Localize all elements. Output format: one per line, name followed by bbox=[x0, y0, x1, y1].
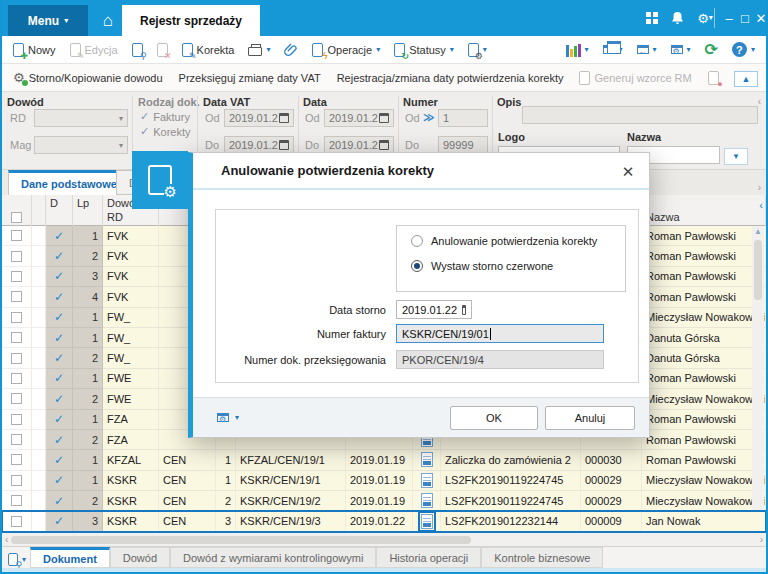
opis-input[interactable] bbox=[522, 106, 758, 124]
collapse-left-icon[interactable]: ‹ bbox=[755, 96, 764, 107]
scroll-left-icon[interactable]: ‹ bbox=[2, 534, 11, 545]
bottom-tab-dowód[interactable]: Dowód bbox=[110, 547, 170, 568]
edycja-button[interactable]: ✎ Edycja bbox=[65, 40, 123, 60]
home-button[interactable]: ⌂ bbox=[94, 5, 122, 36]
radio-anulowanie[interactable]: Anulowanie potwierdzenia korekty bbox=[411, 235, 625, 247]
row-checkbox[interactable] bbox=[11, 373, 22, 384]
statusy-button[interactable]: ↻ Statusy ▾ bbox=[389, 40, 459, 60]
print-button[interactable]: ▾ bbox=[243, 40, 275, 59]
row-checkbox[interactable] bbox=[11, 414, 22, 425]
row-checkbox[interactable] bbox=[11, 332, 22, 343]
double-arrow-icon[interactable]: ≫ bbox=[423, 111, 435, 124]
refresh-button[interactable]: ⟳ bbox=[700, 39, 723, 61]
header-lp[interactable]: Lp bbox=[73, 195, 103, 226]
horizontal-scrollbar[interactable]: ‹ › bbox=[2, 532, 766, 546]
expand-filter-button[interactable]: ▼ bbox=[724, 148, 748, 165]
row-checkbox[interactable] bbox=[11, 291, 22, 302]
help-button[interactable]: ? ▾ bbox=[727, 39, 760, 60]
row-checkbox[interactable] bbox=[11, 230, 22, 241]
korekty-checkbox[interactable]: ✓Korekty bbox=[140, 125, 191, 138]
row-document-icon[interactable] bbox=[421, 514, 433, 529]
data-od-input[interactable]: 2019.01.2 bbox=[324, 109, 394, 127]
ok-button[interactable]: OK bbox=[450, 406, 538, 430]
window-settings-button[interactable]: ⚙ ▾ bbox=[666, 42, 696, 57]
dialog-close-button[interactable]: ✕ bbox=[619, 163, 637, 181]
row-document-icon[interactable] bbox=[421, 473, 433, 488]
analysis-button[interactable]: ▾ bbox=[561, 40, 594, 60]
notifications-button[interactable] bbox=[668, 10, 686, 26]
doc-remove-button[interactable]: ● bbox=[703, 68, 724, 88]
rd-select[interactable]: ▾ bbox=[34, 109, 128, 127]
attachments-button[interactable] bbox=[279, 40, 303, 60]
document-settings-button[interactable]: ⚙ ▾ bbox=[463, 40, 492, 60]
numer-faktury-input[interactable]: KSKR/CEN/19/01 bbox=[396, 324, 604, 343]
cell-nazwa: Mieczysław Nowakowski bbox=[642, 389, 766, 409]
data-vat-od-input[interactable]: 2019.01.2 bbox=[224, 109, 294, 127]
row-checkbox[interactable] bbox=[11, 516, 22, 527]
table-row[interactable]: ✓1KSKRCEN1KSKR/CEN/19/12019.01.19LS2FK20… bbox=[2, 471, 766, 491]
row-checkbox[interactable] bbox=[11, 475, 22, 486]
window-tab-rejestr-sprzedazy[interactable]: Rejestr sprzedaży bbox=[122, 5, 260, 36]
faktury-checkbox[interactable]: ✓Faktury bbox=[140, 110, 190, 123]
rejestracja-button[interactable]: Rejestracja/zmiana daty potwierdzenia ko… bbox=[332, 69, 569, 87]
nowy-button[interactable]: ✚ Nowy bbox=[8, 40, 61, 60]
numer-dok-input[interactable]: PKOR/CEN/19/4 bbox=[396, 350, 604, 369]
table-row[interactable]: ✓3KSKRCEN3KSKR/CEN/19/32019.01.22LS2FK20… bbox=[2, 511, 766, 531]
data-vat-group-label: Data VAT bbox=[203, 96, 250, 108]
row-checkbox[interactable] bbox=[11, 393, 22, 404]
hscroll-thumb[interactable] bbox=[11, 536, 471, 544]
bottom-tab-dowód-z-wymiarami-kontrolingowymi[interactable]: Dowód z wymiarami kontrolingowymi bbox=[170, 547, 376, 568]
row-checkbox[interactable] bbox=[11, 495, 22, 506]
operacje-button[interactable]: ϟ Operacje ▾ bbox=[307, 40, 385, 60]
chevron-down-icon[interactable]: ▾ bbox=[235, 413, 239, 422]
header-nazwa[interactable]: Nazwa bbox=[642, 195, 766, 226]
vertical-scrollbar[interactable]: ▲ ▼ bbox=[752, 226, 764, 532]
collapse-filters-button[interactable]: ▲ bbox=[734, 71, 758, 87]
vscroll-thumb[interactable] bbox=[754, 240, 762, 300]
preview-button[interactable]: ⚲ bbox=[127, 40, 148, 60]
mag-select[interactable]: ▾ bbox=[34, 136, 128, 154]
apps-grid-button[interactable] bbox=[643, 10, 661, 26]
cell-rd: FWE bbox=[103, 389, 159, 409]
bottom-tab-dokument[interactable]: Dokument bbox=[30, 547, 110, 568]
rejestracja-label: Rejestracja/zmiana daty potwierdzenia ko… bbox=[337, 72, 564, 84]
faktury-label: Faktury bbox=[153, 111, 190, 123]
korekta-button[interactable]: ✎ Korekta bbox=[177, 40, 240, 60]
data-storno-input[interactable]: 2019.01.22 bbox=[396, 300, 472, 319]
bottom-tab-kontrole-biznesowe[interactable]: Kontrole biznesowe bbox=[481, 547, 603, 568]
view-tab-dane-podstawowe[interactable]: Dane podstawowe bbox=[8, 170, 130, 195]
table-row[interactable]: ✓2KSKRCEN2KSKR/CEN/19/22019.01.19LS2FK20… bbox=[2, 491, 766, 511]
delete-button[interactable]: ✕ bbox=[152, 40, 173, 60]
menu-button[interactable]: Menu ▾ bbox=[8, 5, 88, 36]
row-checkbox[interactable] bbox=[11, 434, 22, 445]
generuj-wzorce-button[interactable]: Generuj wzorce RM bbox=[574, 68, 696, 88]
table-row[interactable]: ✓1KFZALCEN1KFZAL/CEN/19/12019.01.19Zalic… bbox=[2, 450, 766, 470]
windows-button[interactable]: ▾ bbox=[598, 42, 628, 57]
close-window-button[interactable]: ✕ bbox=[752, 10, 768, 26]
select-all-checkbox[interactable] bbox=[11, 212, 22, 223]
numer-od-input[interactable]: 1 bbox=[438, 109, 488, 127]
row-checkbox[interactable] bbox=[11, 312, 22, 323]
od-label: Od bbox=[305, 112, 320, 124]
header-d[interactable]: D bbox=[46, 195, 73, 226]
row-checkbox[interactable] bbox=[11, 251, 22, 262]
przeksieguj-button[interactable]: Przeksięguj zmianę daty VAT bbox=[174, 69, 326, 87]
row-checkbox[interactable] bbox=[11, 271, 22, 282]
bottom-tab-historia-operacji[interactable]: Historia operacji bbox=[376, 547, 481, 568]
expand-right-icon[interactable]: › bbox=[755, 182, 764, 193]
row-document-icon[interactable] bbox=[421, 452, 433, 467]
bottom-preview-button[interactable]: ⚲ ▾ bbox=[2, 553, 30, 568]
scroll-right-icon[interactable]: › bbox=[757, 534, 766, 545]
anuluj-button[interactable]: Anuluj bbox=[545, 406, 635, 430]
scroll-up-icon[interactable]: ▲ bbox=[752, 226, 764, 238]
row-document-icon[interactable] bbox=[421, 493, 433, 508]
export-panel-button[interactable]: ← ▾ bbox=[632, 42, 662, 57]
row-checkbox[interactable] bbox=[11, 353, 22, 364]
cell-rd: FVK bbox=[103, 246, 159, 266]
collapse-grid-icon[interactable]: ‹ bbox=[759, 199, 763, 211]
cell-data: 2019.01.22 bbox=[346, 511, 413, 531]
radio-storno[interactable]: Wystaw storno czerwone bbox=[411, 260, 625, 272]
storno-button[interactable]: ⚙ Storno/Kopiowanie dowodu bbox=[8, 68, 168, 87]
window-gear-icon[interactable]: ⚙ bbox=[217, 413, 229, 422]
row-checkbox[interactable] bbox=[11, 454, 22, 465]
